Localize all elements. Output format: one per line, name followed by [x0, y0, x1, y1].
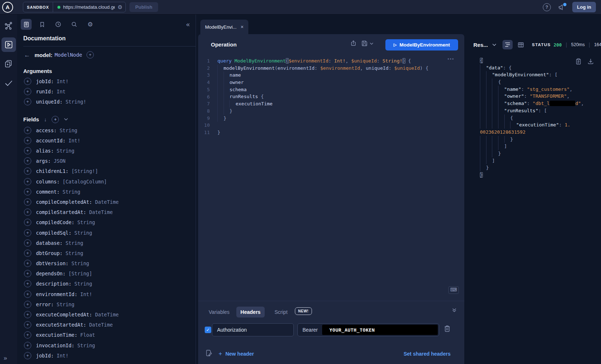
login-button[interactable]: Log in	[572, 2, 596, 12]
field-type[interactable]: String	[65, 250, 83, 256]
field-row[interactable]: +args:JSON	[17, 156, 196, 166]
new-header-button[interactable]: + New header	[219, 350, 254, 357]
add-field-button[interactable]: +	[24, 137, 31, 144]
add-field-button[interactable]: +	[24, 78, 31, 85]
collapse-bottom-panel-chevrons[interactable]	[452, 308, 457, 312]
argument-row[interactable]: +jobId:Int!	[17, 76, 196, 86]
field-row[interactable]: +description:String	[17, 279, 196, 289]
add-field-button[interactable]: +	[24, 291, 31, 298]
add-field-button[interactable]: +	[24, 209, 31, 216]
field-type[interactable]: DateTime	[95, 312, 119, 318]
add-field-button[interactable]: +	[24, 342, 31, 349]
explorer-play-icon[interactable]	[1, 37, 16, 52]
header-value-input[interactable]: Bearer YOUR_AUTH_TOKEN	[297, 323, 439, 336]
operation-collections-icon[interactable]	[1, 56, 16, 71]
field-row[interactable]: +comment:String	[17, 187, 196, 197]
add-field-button[interactable]: +	[24, 157, 31, 165]
field-type[interactable]: String!	[65, 99, 86, 105]
add-field-button[interactable]: +	[24, 280, 31, 287]
field-type[interactable]: String	[77, 219, 95, 225]
add-field-button[interactable]: +	[24, 331, 31, 339]
field-type[interactable]: String	[65, 240, 83, 246]
field-type[interactable]: [String]	[68, 271, 92, 276]
add-type-button[interactable]: +	[87, 51, 94, 58]
publish-button[interactable]: Publish	[129, 2, 158, 12]
graphql-editor[interactable]: query ModelByEnvironment($environmentId:…	[217, 57, 461, 136]
field-row[interactable]: +childrenL1:[String!]	[17, 166, 196, 176]
header-enabled-checkbox[interactable]: ✓	[205, 327, 211, 333]
add-all-fields-button[interactable]: +	[52, 116, 59, 123]
close-tab-icon[interactable]: ×	[241, 24, 244, 30]
help-icon[interactable]: ?	[543, 3, 551, 11]
field-type[interactable]: String	[60, 128, 77, 133]
field-row[interactable]: +columns:[CatalogColumn]	[17, 177, 196, 187]
add-field-button[interactable]: +	[24, 250, 31, 257]
set-shared-headers-link[interactable]: Set shared headers	[404, 351, 450, 357]
field-type[interactable]: Int!	[57, 353, 69, 359]
keyboard-shortcuts-icon[interactable]: ⌨	[448, 286, 459, 294]
add-field-button[interactable]: +	[24, 301, 31, 308]
field-type[interactable]: [String!]	[71, 168, 98, 174]
add-field-button[interactable]: +	[24, 188, 31, 195]
endpoint-url-input[interactable]: https://metadata.cloud.get	[63, 4, 115, 10]
expand-rail-chevrons[interactable]: »	[4, 355, 7, 362]
add-field-button[interactable]: +	[24, 198, 31, 206]
add-field-button[interactable]: +	[24, 88, 31, 95]
add-field-button[interactable]: +	[24, 127, 31, 134]
field-row[interactable]: +environmentId:Int!	[17, 289, 196, 299]
add-field-button[interactable]: +	[24, 229, 31, 236]
field-type[interactable]: String	[75, 230, 92, 236]
add-field-button[interactable]: +	[24, 178, 31, 185]
field-row[interactable]: +compileStartedAt:DateTime	[17, 207, 196, 217]
field-type[interactable]: String	[75, 281, 92, 287]
schema-graph-icon[interactable]	[1, 19, 16, 33]
add-field-button[interactable]: +	[24, 147, 31, 154]
delete-header-trash-icon[interactable]	[444, 325, 450, 332]
edit-headers-file-icon[interactable]	[205, 349, 212, 357]
field-row[interactable]: +compileCompletedAt:DateTime	[17, 197, 196, 207]
run-operation-button[interactable]: ▷ ModelByEnvironment	[385, 39, 458, 50]
argument-row[interactable]: +runId:Int	[17, 86, 196, 97]
field-row[interactable]: +database:String	[17, 238, 196, 248]
save-dropdown-chevron-icon[interactable]	[370, 43, 373, 45]
add-field-button[interactable]: +	[24, 167, 31, 175]
field-row[interactable]: +compiledCode:String	[17, 217, 196, 227]
field-type[interactable]: [CatalogColumn]	[63, 179, 107, 185]
share-operation-icon[interactable]	[350, 40, 357, 46]
add-field-button[interactable]: +	[24, 98, 31, 105]
apollo-logo[interactable]: A	[2, 2, 13, 13]
add-field-button[interactable]: +	[24, 270, 31, 277]
field-type[interactable]: Int!	[68, 138, 80, 143]
add-field-button[interactable]: +	[24, 219, 31, 226]
save-operation-icon[interactable]	[361, 40, 368, 46]
field-row[interactable]: +dependsOn:[String]	[17, 268, 196, 279]
field-row[interactable]: +jobId:Int!	[17, 351, 196, 361]
tab-variables[interactable]: Variables	[209, 309, 229, 315]
field-type[interactable]: String	[63, 189, 80, 195]
bookmark-icon[interactable]	[37, 19, 48, 30]
header-key-input[interactable]: Authorization	[212, 323, 294, 336]
settings-gear-icon[interactable]: ⚙	[85, 19, 96, 30]
field-type[interactable]: String	[71, 260, 89, 266]
field-type[interactable]: Int!	[80, 291, 92, 297]
checks-icon[interactable]	[1, 76, 16, 90]
field-row[interactable]: +error:String	[17, 299, 196, 310]
operation-tab[interactable]: ModelByEnvi... ×	[200, 20, 248, 34]
fields-chevron-down-icon[interactable]	[64, 118, 68, 121]
field-type[interactable]: DateTime	[95, 199, 119, 205]
field-type[interactable]: String	[57, 148, 75, 154]
argument-row[interactable]: +uniqueId:String!	[17, 97, 196, 107]
history-clock-icon[interactable]	[53, 19, 64, 30]
add-field-button[interactable]: +	[24, 311, 31, 318]
response-dropdown-chevron-icon[interactable]	[492, 44, 496, 46]
field-type[interactable]: Int	[57, 89, 65, 94]
breadcrumb-type[interactable]: ModelNode	[55, 52, 82, 58]
announcements-megaphone-icon[interactable]	[558, 4, 565, 11]
collapse-panel-chevrons[interactable]: «	[186, 21, 190, 28]
field-row[interactable]: +dbtVersion:String	[17, 258, 196, 268]
field-type[interactable]: DateTime	[89, 209, 113, 215]
documentation-tab-icon[interactable]	[21, 19, 32, 30]
field-type[interactable]: String	[77, 343, 95, 348]
table-view-button[interactable]	[516, 40, 526, 49]
field-row[interactable]: +access:String	[17, 125, 196, 136]
